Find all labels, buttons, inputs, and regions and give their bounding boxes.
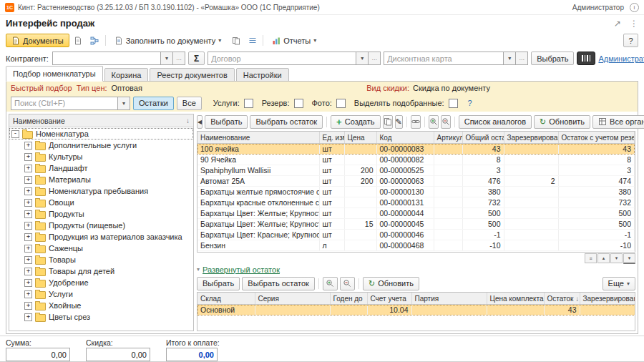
tree-item[interactable]: +Хвойные (9, 300, 193, 311)
services-checkbox[interactable] (244, 99, 253, 108)
cell-series[interactable] (255, 305, 330, 315)
column-header[interactable]: Код (376, 132, 434, 144)
document-list-button[interactable] (245, 34, 260, 47)
cell-stock[interactable]: 43 (544, 305, 580, 315)
tree-column-header[interactable]: Наименование ↓ (9, 114, 193, 127)
tab-4[interactable]: Настройки (236, 68, 289, 82)
reserve-checkbox[interactable] (294, 99, 303, 108)
tree-item[interactable]: +Продукты (9, 208, 193, 220)
cell-kit_price[interactable] (487, 305, 544, 315)
cell-reserved[interactable] (504, 144, 558, 155)
documents-button[interactable]: Документы (6, 34, 69, 47)
cell-available[interactable]: 8 (558, 155, 635, 165)
cell-price[interactable] (344, 197, 376, 208)
select-stock-button[interactable]: Выбрать остаток (250, 115, 323, 129)
cell-available[interactable]: 732 (558, 197, 635, 208)
tree-item[interactable]: +Товары (9, 254, 193, 265)
cell-article[interactable] (434, 219, 462, 230)
column-header[interactable]: Остаток ↓ (544, 293, 580, 305)
price-type-value[interactable]: Оптовая (112, 84, 142, 92)
tree-item[interactable]: +Номенклатура пребывания (9, 185, 193, 197)
cell-available[interactable]: 474 (558, 176, 635, 187)
reports-button[interactable]: Отчеты ▾ (266, 34, 322, 47)
detail-select-stock-button[interactable]: Выбрать остаток (242, 277, 315, 290)
cell-unit[interactable]: шт (319, 165, 344, 176)
cell-article[interactable] (434, 230, 462, 240)
analogs-button[interactable]: Список аналогов (459, 115, 532, 129)
nav-up-button[interactable]: ▴ (597, 253, 610, 263)
cell-code[interactable]: 00-00000063 (376, 176, 434, 187)
expand-icon[interactable]: + (24, 222, 32, 230)
tree-item[interactable]: +Культуры (9, 151, 193, 162)
table-row[interactable]: Бархатцы желтые прямостоячие семенашт00-… (197, 187, 635, 197)
cell-reserved[interactable] (504, 165, 558, 176)
tree-item[interactable]: +Дополнительные услуги (9, 140, 193, 151)
collapse-icon[interactable]: - (11, 130, 19, 138)
tree-item[interactable]: +Продукция из материалов заказчика (9, 231, 193, 243)
contract-dropdown-icon[interactable]: ▾ (356, 52, 369, 65)
expand-icon[interactable]: + (24, 165, 32, 172)
cell-article[interactable] (434, 187, 462, 197)
detail-zoom-out-button[interactable] (340, 277, 355, 290)
cell-name[interactable]: Бархатцы Цвет: Желтые; Крупность: Прямос… (197, 219, 319, 230)
table-row[interactable]: 100 ячейкашт00-000000834343 (197, 144, 635, 155)
contract-open-icon[interactable]: … (369, 52, 381, 65)
expand-icon[interactable]: + (24, 313, 32, 321)
expand-icon[interactable]: + (24, 245, 32, 253)
tab-1[interactable]: Подбор номенклатуры (6, 66, 103, 82)
expand-icon[interactable]: + (24, 176, 32, 184)
cell-price[interactable] (344, 208, 376, 219)
cell-valid_until[interactable] (330, 305, 367, 315)
cell-reserved[interactable] (504, 240, 558, 251)
expand-icon[interactable]: + (24, 233, 32, 241)
tree-item[interactable]: +Материалы (9, 174, 193, 185)
select-card-button[interactable]: Выбрать (531, 52, 574, 65)
table-row[interactable]: Бензинл00-00000468-10-10 (197, 240, 635, 251)
quick-pick-link[interactable]: Быстрый подбор (11, 84, 72, 92)
cell-article[interactable] (434, 155, 462, 165)
tree-item[interactable]: +Товары для детей (9, 265, 193, 277)
column-header[interactable]: Зарезервировано (580, 293, 635, 305)
cell-code[interactable]: 00-00000468 (376, 240, 434, 251)
cell-article[interactable] (434, 165, 462, 176)
expand-icon[interactable]: + (24, 279, 32, 287)
table-row[interactable]: Spahiphyllum Wallisiiшт20000-0000052533 (197, 165, 635, 176)
cell-total[interactable]: -10 (462, 240, 504, 251)
pick-and-close-button[interactable]: ◀ (197, 115, 203, 129)
create-button[interactable]: + Создать (331, 115, 380, 129)
cell-reserved[interactable] (504, 219, 558, 230)
column-header[interactable]: Цена комплекта (487, 293, 544, 305)
cell-price[interactable] (344, 230, 376, 240)
nav-end-button[interactable]: ▾ (623, 253, 635, 264)
cell-unit[interactable]: шт (319, 208, 344, 219)
cell-total[interactable]: 3 (462, 165, 504, 176)
cell-code[interactable]: 00-00000130 (376, 187, 434, 197)
column-header[interactable]: Артикул (434, 132, 462, 144)
all-filter-button[interactable]: Все (177, 97, 202, 110)
tree-item[interactable]: -Номенклатура (9, 128, 193, 140)
column-header[interactable]: Годен до (330, 293, 367, 305)
table-row[interactable]: Бархатцы красные отклоненные семенашт00-… (197, 197, 635, 208)
cell-code[interactable]: 00-00000045 (376, 219, 434, 230)
expand-icon[interactable]: + (24, 153, 32, 161)
detail-more-button[interactable]: Еще ▾ (602, 277, 635, 290)
table-row[interactable]: Бархатцы Цвет: Желтые; Крупность: Отклон… (197, 208, 635, 219)
titlebar-user[interactable]: Администратор (572, 4, 624, 11)
cell-total[interactable]: 500 (462, 208, 504, 219)
total-to-pay-value[interactable] (166, 348, 218, 361)
expand-icon[interactable]: + (24, 290, 32, 298)
cell-available[interactable]: -10 (558, 240, 635, 251)
expand-icon[interactable]: + (24, 268, 32, 275)
column-header[interactable]: Счет учета (367, 293, 411, 305)
all-organizations-button[interactable]: Все организации (592, 115, 644, 129)
cell-code[interactable]: 00-00000525 (376, 165, 434, 176)
user-link[interactable]: Администратор (598, 54, 644, 63)
cell-total[interactable]: 8 (462, 155, 504, 165)
table-row[interactable]: Бархатцы Цвет: Желтые; Крупность: Прямос… (197, 219, 635, 230)
cell-name[interactable]: 100 ячейка (197, 144, 319, 155)
cell-total[interactable]: 732 (462, 197, 504, 208)
copy-item-button[interactable] (383, 115, 393, 129)
sum-value[interactable] (6, 348, 70, 361)
cell-unit[interactable]: шт (319, 144, 344, 155)
tree-item[interactable]: +Удобрение (9, 277, 193, 288)
